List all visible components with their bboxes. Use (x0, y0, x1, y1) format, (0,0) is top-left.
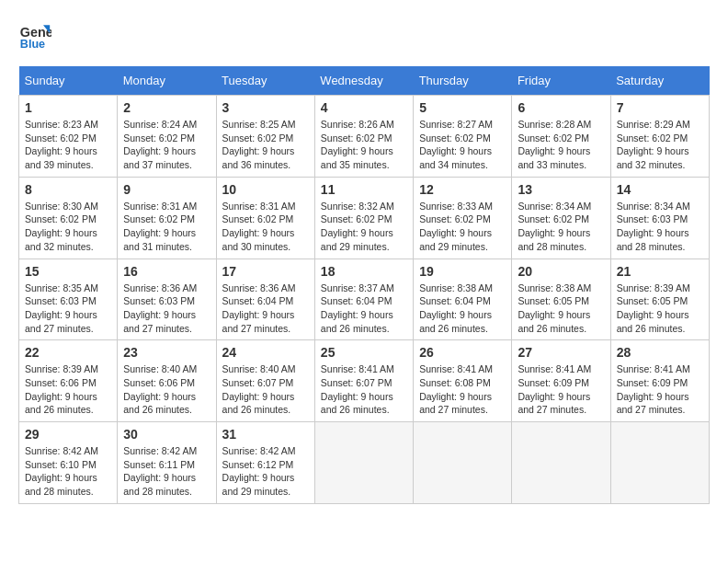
day-number: 17 (222, 264, 309, 279)
day-info: Sunrise: 8:33 AM Sunset: 6:02 PM Dayligh… (419, 200, 506, 254)
day-info: Sunrise: 8:27 AM Sunset: 6:02 PM Dayligh… (419, 118, 506, 172)
day-info: Sunrise: 8:24 AM Sunset: 6:02 PM Dayligh… (123, 118, 210, 172)
day-number: 7 (617, 100, 703, 115)
day-number: 1 (25, 100, 111, 115)
day-number: 30 (123, 427, 210, 442)
table-row: 19 Sunrise: 8:38 AM Sunset: 6:04 PM Dayl… (414, 259, 512, 340)
table-row: 7 Sunrise: 8:29 AM Sunset: 6:02 PM Dayli… (610, 96, 709, 178)
table-row: 3 Sunrise: 8:25 AM Sunset: 6:02 PM Dayli… (216, 96, 314, 178)
table-row (512, 422, 610, 504)
table-row: 30 Sunrise: 8:42 AM Sunset: 6:11 PM Dayl… (118, 422, 216, 504)
day-info: Sunrise: 8:40 AM Sunset: 6:07 PM Dayligh… (222, 362, 309, 417)
table-row: 12 Sunrise: 8:33 AM Sunset: 6:02 PM Dayl… (414, 177, 512, 259)
day-number: 25 (321, 345, 407, 360)
day-info: Sunrise: 8:25 AM Sunset: 6:02 PM Dayligh… (222, 118, 309, 172)
calendar: SundayMondayTuesdayWednesdayThursdayFrid… (18, 66, 710, 504)
calendar-week-row: 1 Sunrise: 8:23 AM Sunset: 6:02 PM Dayli… (19, 96, 710, 178)
day-info: Sunrise: 8:42 AM Sunset: 6:10 PM Dayligh… (25, 444, 111, 499)
day-info: Sunrise: 8:39 AM Sunset: 6:06 PM Dayligh… (25, 362, 111, 417)
day-number: 31 (222, 427, 309, 442)
table-row: 17 Sunrise: 8:36 AM Sunset: 6:04 PM Dayl… (216, 259, 314, 340)
table-row: 27 Sunrise: 8:41 AM Sunset: 6:09 PM Dayl… (512, 340, 610, 422)
calendar-week-row: 15 Sunrise: 8:35 AM Sunset: 6:03 PM Dayl… (19, 259, 710, 340)
table-row: 18 Sunrise: 8:37 AM Sunset: 6:04 PM Dayl… (314, 259, 413, 340)
table-row: 28 Sunrise: 8:41 AM Sunset: 6:09 PM Dayl… (610, 340, 709, 422)
table-row: 20 Sunrise: 8:38 AM Sunset: 6:05 PM Dayl… (512, 259, 610, 340)
day-info: Sunrise: 8:41 AM Sunset: 6:08 PM Dayligh… (419, 362, 506, 417)
table-row: 10 Sunrise: 8:31 AM Sunset: 6:02 PM Dayl… (216, 177, 314, 259)
day-number: 10 (222, 182, 309, 197)
day-info: Sunrise: 8:36 AM Sunset: 6:03 PM Dayligh… (123, 282, 210, 336)
day-info: Sunrise: 8:30 AM Sunset: 6:02 PM Dayligh… (25, 200, 111, 254)
day-number: 23 (123, 345, 210, 360)
header: General Blue (18, 18, 710, 52)
day-info: Sunrise: 8:42 AM Sunset: 6:12 PM Dayligh… (222, 444, 309, 499)
day-info: Sunrise: 8:40 AM Sunset: 6:06 PM Dayligh… (123, 362, 210, 417)
table-row: 4 Sunrise: 8:26 AM Sunset: 6:02 PM Dayli… (314, 96, 413, 178)
day-number: 4 (321, 100, 407, 115)
calendar-header-monday: Monday (118, 66, 216, 96)
day-info: Sunrise: 8:31 AM Sunset: 6:02 PM Dayligh… (123, 200, 210, 254)
day-number: 12 (419, 182, 506, 197)
day-info: Sunrise: 8:35 AM Sunset: 6:03 PM Dayligh… (25, 282, 111, 336)
calendar-header-thursday: Thursday (414, 66, 512, 96)
calendar-header-saturday: Saturday (610, 66, 709, 96)
day-info: Sunrise: 8:37 AM Sunset: 6:04 PM Dayligh… (321, 282, 407, 336)
calendar-header-wednesday: Wednesday (314, 66, 413, 96)
logo-icon: General Blue (18, 18, 51, 52)
day-number: 26 (419, 345, 506, 360)
day-number: 28 (617, 345, 703, 360)
svg-text:Blue: Blue (20, 38, 45, 51)
table-row: 8 Sunrise: 8:30 AM Sunset: 6:02 PM Dayli… (19, 177, 118, 259)
logo: General Blue (18, 18, 51, 52)
day-number: 3 (222, 100, 309, 115)
table-row (314, 422, 413, 504)
table-row: 14 Sunrise: 8:34 AM Sunset: 6:03 PM Dayl… (610, 177, 709, 259)
table-row: 6 Sunrise: 8:28 AM Sunset: 6:02 PM Dayli… (512, 96, 610, 178)
day-number: 6 (518, 100, 604, 115)
table-row: 31 Sunrise: 8:42 AM Sunset: 6:12 PM Dayl… (216, 422, 314, 504)
calendar-week-row: 22 Sunrise: 8:39 AM Sunset: 6:06 PM Dayl… (19, 340, 710, 422)
day-info: Sunrise: 8:34 AM Sunset: 6:03 PM Dayligh… (617, 200, 703, 254)
day-info: Sunrise: 8:41 AM Sunset: 6:09 PM Dayligh… (617, 362, 703, 417)
day-info: Sunrise: 8:36 AM Sunset: 6:04 PM Dayligh… (222, 282, 309, 336)
day-info: Sunrise: 8:26 AM Sunset: 6:02 PM Dayligh… (321, 118, 407, 172)
day-number: 2 (123, 100, 210, 115)
table-row: 24 Sunrise: 8:40 AM Sunset: 6:07 PM Dayl… (216, 340, 314, 422)
day-info: Sunrise: 8:34 AM Sunset: 6:02 PM Dayligh… (518, 200, 604, 254)
day-number: 14 (617, 182, 703, 197)
table-row: 23 Sunrise: 8:40 AM Sunset: 6:06 PM Dayl… (118, 340, 216, 422)
day-number: 22 (25, 345, 111, 360)
day-number: 16 (123, 264, 210, 279)
day-number: 13 (518, 182, 604, 197)
day-number: 8 (25, 182, 111, 197)
table-row: 21 Sunrise: 8:39 AM Sunset: 6:05 PM Dayl… (610, 259, 709, 340)
day-info: Sunrise: 8:39 AM Sunset: 6:05 PM Dayligh… (617, 282, 703, 336)
calendar-header-friday: Friday (512, 66, 610, 96)
table-row: 16 Sunrise: 8:36 AM Sunset: 6:03 PM Dayl… (118, 259, 216, 340)
day-info: Sunrise: 8:41 AM Sunset: 6:09 PM Dayligh… (518, 362, 604, 417)
day-number: 24 (222, 345, 309, 360)
day-info: Sunrise: 8:38 AM Sunset: 6:04 PM Dayligh… (419, 282, 506, 336)
calendar-week-row: 8 Sunrise: 8:30 AM Sunset: 6:02 PM Dayli… (19, 177, 710, 259)
table-row: 2 Sunrise: 8:24 AM Sunset: 6:02 PM Dayli… (118, 96, 216, 178)
day-info: Sunrise: 8:38 AM Sunset: 6:05 PM Dayligh… (518, 282, 604, 336)
day-info: Sunrise: 8:31 AM Sunset: 6:02 PM Dayligh… (222, 200, 309, 254)
day-number: 18 (321, 264, 407, 279)
day-number: 11 (321, 182, 407, 197)
calendar-week-row: 29 Sunrise: 8:42 AM Sunset: 6:10 PM Dayl… (19, 422, 710, 504)
table-row: 5 Sunrise: 8:27 AM Sunset: 6:02 PM Dayli… (414, 96, 512, 178)
day-number: 20 (518, 264, 604, 279)
day-number: 15 (25, 264, 111, 279)
day-info: Sunrise: 8:41 AM Sunset: 6:07 PM Dayligh… (321, 362, 407, 417)
day-info: Sunrise: 8:32 AM Sunset: 6:02 PM Dayligh… (321, 200, 407, 254)
day-info: Sunrise: 8:29 AM Sunset: 6:02 PM Dayligh… (617, 118, 703, 172)
day-info: Sunrise: 8:28 AM Sunset: 6:02 PM Dayligh… (518, 118, 604, 172)
table-row: 26 Sunrise: 8:41 AM Sunset: 6:08 PM Dayl… (414, 340, 512, 422)
day-number: 5 (419, 100, 506, 115)
table-row: 13 Sunrise: 8:34 AM Sunset: 6:02 PM Dayl… (512, 177, 610, 259)
table-row: 22 Sunrise: 8:39 AM Sunset: 6:06 PM Dayl… (19, 340, 118, 422)
table-row (414, 422, 512, 504)
day-number: 29 (25, 427, 111, 442)
table-row: 15 Sunrise: 8:35 AM Sunset: 6:03 PM Dayl… (19, 259, 118, 340)
